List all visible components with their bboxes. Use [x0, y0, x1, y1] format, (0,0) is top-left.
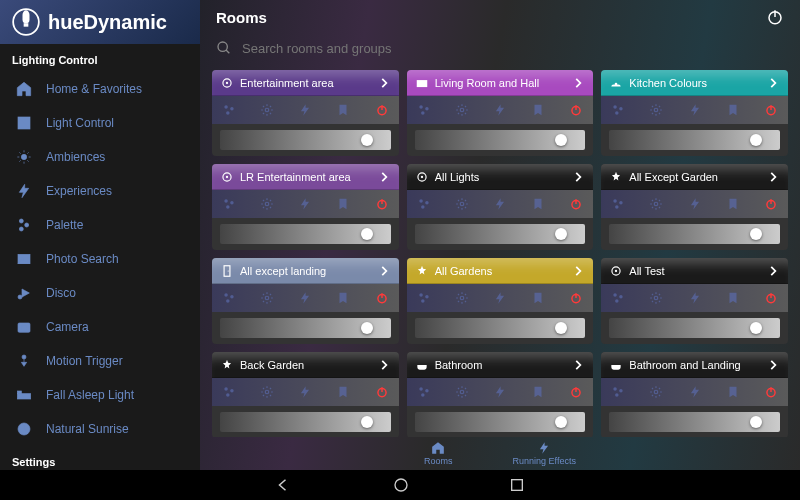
brightness-slider[interactable] — [415, 130, 586, 150]
sidebar-item-natural-sunrise[interactable]: Natural Sunrise — [0, 412, 200, 446]
palette-icon[interactable] — [611, 385, 625, 399]
room-header[interactable]: Back Garden — [212, 352, 399, 378]
home-button[interactable] — [393, 477, 409, 493]
palette-icon[interactable] — [611, 291, 625, 305]
room-card[interactable]: Entertainment area — [212, 70, 399, 156]
back-button[interactable] — [275, 476, 293, 494]
gear-icon[interactable] — [649, 291, 663, 305]
sidebar-item-motion-trigger[interactable]: Motion Trigger — [0, 344, 200, 378]
power-icon[interactable] — [764, 103, 778, 117]
brightness-slider[interactable] — [415, 318, 586, 338]
power-icon[interactable] — [569, 385, 583, 399]
bookmark-icon[interactable] — [531, 197, 545, 211]
bolt-icon[interactable] — [298, 103, 312, 117]
palette-icon[interactable] — [417, 103, 431, 117]
slider-thumb[interactable] — [750, 228, 762, 240]
bolt-icon[interactable] — [493, 103, 507, 117]
power-icon[interactable] — [375, 385, 389, 399]
palette-icon[interactable] — [417, 385, 431, 399]
gear-icon[interactable] — [260, 197, 274, 211]
brightness-slider[interactable] — [220, 412, 391, 432]
recent-button[interactable] — [509, 477, 525, 493]
bolt-icon[interactable] — [493, 291, 507, 305]
slider-thumb[interactable] — [555, 416, 567, 428]
power-icon[interactable] — [375, 197, 389, 211]
bookmark-icon[interactable] — [336, 103, 350, 117]
room-card[interactable]: All Lights — [407, 164, 594, 250]
brightness-slider[interactable] — [415, 224, 586, 244]
power-icon[interactable] — [375, 291, 389, 305]
room-header[interactable]: All Gardens — [407, 258, 594, 284]
bookmark-icon[interactable] — [726, 103, 740, 117]
gear-icon[interactable] — [649, 197, 663, 211]
gear-icon[interactable] — [455, 197, 469, 211]
palette-icon[interactable] — [417, 291, 431, 305]
room-header[interactable]: All except landing — [212, 258, 399, 284]
room-header[interactable]: All Except Garden — [601, 164, 788, 190]
brightness-slider[interactable] — [220, 224, 391, 244]
room-header[interactable]: Living Room and Hall — [407, 70, 594, 96]
slider-thumb[interactable] — [555, 134, 567, 146]
slider-thumb[interactable] — [750, 322, 762, 334]
sidebar-item-ambiences[interactable]: Ambiences — [0, 140, 200, 174]
room-card[interactable]: LR Entertainment area — [212, 164, 399, 250]
room-card[interactable]: Kitchen Colours — [601, 70, 788, 156]
slider-thumb[interactable] — [555, 322, 567, 334]
slider-thumb[interactable] — [361, 134, 373, 146]
bookmark-icon[interactable] — [336, 385, 350, 399]
brightness-slider[interactable] — [609, 130, 780, 150]
gear-icon[interactable] — [260, 385, 274, 399]
palette-icon[interactable] — [222, 103, 236, 117]
slider-thumb[interactable] — [750, 416, 762, 428]
room-card[interactable]: Back Garden — [212, 352, 399, 437]
palette-icon[interactable] — [611, 103, 625, 117]
slider-thumb[interactable] — [555, 228, 567, 240]
sidebar-item-camera[interactable]: Camera — [0, 310, 200, 344]
slider-thumb[interactable] — [750, 134, 762, 146]
bookmark-icon[interactable] — [726, 385, 740, 399]
gear-icon[interactable] — [455, 103, 469, 117]
bolt-icon[interactable] — [688, 291, 702, 305]
room-card[interactable]: All Except Garden — [601, 164, 788, 250]
search-bar[interactable] — [200, 34, 800, 62]
power-icon[interactable] — [764, 291, 778, 305]
room-header[interactable]: Bathroom and Landing — [601, 352, 788, 378]
brightness-slider[interactable] — [609, 318, 780, 338]
brightness-slider[interactable] — [415, 412, 586, 432]
room-card[interactable]: All Gardens — [407, 258, 594, 344]
brightness-slider[interactable] — [220, 130, 391, 150]
bolt-icon[interactable] — [688, 385, 702, 399]
room-card[interactable]: All Test — [601, 258, 788, 344]
room-header[interactable]: Kitchen Colours — [601, 70, 788, 96]
gear-icon[interactable] — [649, 385, 663, 399]
room-header[interactable]: LR Entertainment area — [212, 164, 399, 190]
power-icon[interactable] — [569, 197, 583, 211]
palette-icon[interactable] — [222, 197, 236, 211]
tab-rooms[interactable]: Rooms — [424, 441, 453, 466]
sidebar-item-experiences[interactable]: Experiences — [0, 174, 200, 208]
palette-icon[interactable] — [222, 291, 236, 305]
gear-icon[interactable] — [260, 103, 274, 117]
bolt-icon[interactable] — [688, 197, 702, 211]
sidebar-item-light-control[interactable]: Light Control — [0, 106, 200, 140]
sidebar-item-photo-search[interactable]: Photo Search — [0, 242, 200, 276]
bookmark-icon[interactable] — [336, 291, 350, 305]
power-icon[interactable] — [764, 197, 778, 211]
room-header[interactable]: All Test — [601, 258, 788, 284]
room-header[interactable]: Entertainment area — [212, 70, 399, 96]
palette-icon[interactable] — [611, 197, 625, 211]
bolt-icon[interactable] — [688, 103, 702, 117]
bookmark-icon[interactable] — [726, 197, 740, 211]
gear-icon[interactable] — [455, 291, 469, 305]
room-card[interactable]: Bathroom — [407, 352, 594, 437]
bookmark-icon[interactable] — [531, 291, 545, 305]
brightness-slider[interactable] — [220, 318, 391, 338]
room-card[interactable]: Living Room and Hall — [407, 70, 594, 156]
room-card[interactable]: All except landing — [212, 258, 399, 344]
room-header[interactable]: All Lights — [407, 164, 594, 190]
sidebar-item-fall-asleep-light[interactable]: Fall Asleep Light — [0, 378, 200, 412]
sidebar-item-palette[interactable]: Palette — [0, 208, 200, 242]
slider-thumb[interactable] — [361, 228, 373, 240]
room-card[interactable]: Bathroom and Landing — [601, 352, 788, 437]
gear-icon[interactable] — [260, 291, 274, 305]
